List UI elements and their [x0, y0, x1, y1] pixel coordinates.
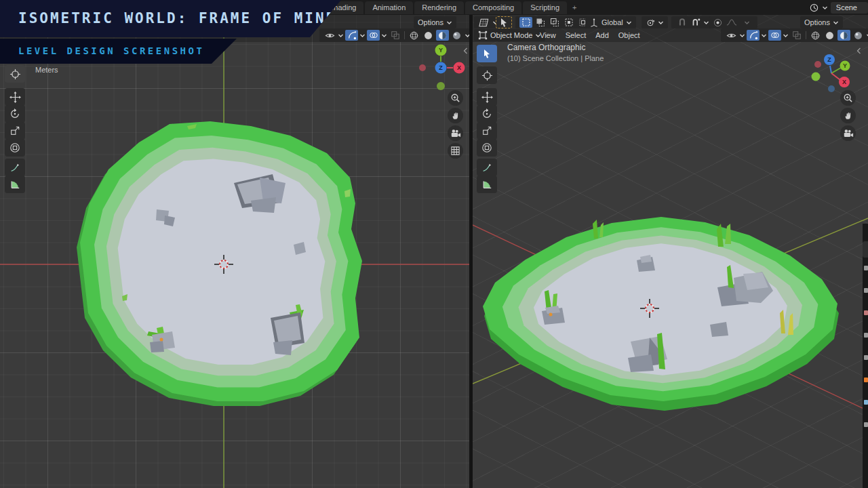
tool-move[interactable] — [5, 88, 25, 106]
tool-cursor[interactable] — [5, 65, 25, 83]
tool-cursor[interactable] — [477, 66, 497, 84]
select-mode-new[interactable] — [519, 17, 532, 28]
gizmo-axis-dot[interactable] — [828, 85, 835, 92]
orientation-gizmo[interactable]: YZX — [419, 45, 465, 91]
options-dropdown[interactable]: Options — [800, 16, 843, 28]
chevron-down-icon[interactable] — [359, 33, 366, 38]
gizmo-axis-dot[interactable] — [437, 82, 445, 90]
sidebar-toggle-icon[interactable] — [463, 47, 468, 54]
shading-wireframe[interactable] — [408, 30, 420, 41]
tab-compositing[interactable]: Compositing — [465, 1, 521, 14]
shading-solid[interactable] — [823, 30, 836, 41]
hand-view-icon[interactable] — [448, 108, 463, 123]
properties-tab-render-icon[interactable] — [864, 288, 868, 293]
shading-material-preview[interactable] — [436, 30, 449, 41]
region-overlap-toggle[interactable] — [768, 30, 781, 41]
select-mode-invert[interactable] — [562, 17, 575, 28]
hand-view-icon[interactable] — [840, 108, 856, 123]
transform-orientation-dropdown[interactable]: Global — [585, 16, 636, 28]
shading-solid[interactable] — [422, 30, 435, 41]
properties-tab-object-icon[interactable] — [864, 378, 868, 382]
tool-scale[interactable] — [477, 122, 497, 140]
snap-magnet-icon[interactable] — [675, 17, 688, 28]
active-tool-button[interactable] — [496, 16, 512, 28]
add-workspace-button[interactable]: + — [568, 1, 580, 14]
sidebar-toggle-icon[interactable] — [856, 47, 861, 54]
show-gizmos-toggle[interactable] — [323, 30, 336, 41]
gizmo-axis-dot[interactable] — [814, 61, 821, 68]
pivot-point-dropdown[interactable] — [642, 16, 668, 28]
select-mode-subtract[interactable] — [548, 17, 561, 28]
view-toggles-group — [319, 28, 469, 42]
shading-material-preview[interactable] — [837, 30, 850, 41]
scene-icon — [809, 3, 819, 13]
chevron-down-icon[interactable] — [739, 33, 745, 38]
grid-view-icon[interactable] — [448, 143, 463, 159]
tool-transform[interactable] — [5, 139, 25, 157]
tool-scale[interactable] — [5, 122, 25, 140]
scene-name[interactable]: Scene — [831, 2, 868, 14]
properties-tab-output-icon[interactable] — [864, 310, 868, 315]
menu-object[interactable]: Object — [614, 30, 645, 41]
tool-measure[interactable] — [5, 176, 25, 193]
chevron-down-icon[interactable] — [761, 33, 767, 38]
properties-active-tab[interactable] — [863, 241, 868, 258]
properties-tab-data-icon[interactable] — [864, 422, 868, 427]
show-gizmos-toggle[interactable] — [725, 30, 738, 41]
properties-tab-modifiers-icon[interactable] — [864, 400, 868, 405]
chevron-down-icon[interactable] — [783, 33, 789, 38]
select-mode-extend[interactable] — [534, 17, 547, 28]
shading-rendered[interactable] — [852, 30, 865, 41]
tool-annotate[interactable] — [477, 159, 497, 176]
region-overlap-toggle[interactable] — [367, 30, 380, 41]
options-dropdown[interactable]: Options — [414, 16, 456, 28]
tab-animation[interactable]: Animation — [365, 1, 413, 14]
properties-tab-scene-icon[interactable] — [864, 333, 868, 338]
zoom-view-icon[interactable] — [448, 90, 463, 106]
tool-measure[interactable] — [477, 176, 497, 193]
show-overlays-toggle[interactable] — [747, 30, 760, 41]
chevron-down-icon — [658, 20, 664, 25]
viewport-top-ortho[interactable]: YZX Options Meters — [0, 15, 469, 488]
proportional-edit-icon[interactable] — [713, 18, 722, 27]
gizmo-axis-dot[interactable] — [419, 64, 426, 71]
title-banner: ISOMETRIC WORLD: FRAME OF MIND — [0, 0, 341, 37]
chevron-down-icon[interactable] — [465, 33, 469, 38]
properties-tab-world-icon[interactable] — [864, 355, 868, 360]
shading-wireframe[interactable] — [809, 30, 822, 41]
zoom-view-icon[interactable] — [840, 90, 856, 106]
properties-tab-tool-icon[interactable] — [864, 266, 868, 270]
unit-scale-label: Meters — [35, 66, 58, 74]
show-overlays-toggle[interactable] — [345, 30, 358, 41]
tab-rendering[interactable]: Rendering — [414, 1, 464, 14]
camera-view-icon[interactable] — [448, 125, 463, 141]
tool-rotate[interactable] — [5, 105, 25, 123]
menu-select[interactable]: Select — [561, 30, 591, 41]
snap-target-icon[interactable] — [691, 18, 701, 27]
blender-window: YZX Options Meters ZYX Global — [0, 0, 868, 488]
tool-select-box[interactable] — [477, 45, 497, 62]
tool-transform[interactable] — [477, 139, 497, 157]
svg-text:Z: Z — [439, 64, 443, 71]
menu-view[interactable]: View — [535, 30, 561, 41]
chevron-down-icon[interactable] — [381, 33, 387, 38]
scene-camera-view: ZYX — [473, 15, 868, 488]
orientation-gizmo[interactable]: ZYX — [812, 54, 850, 92]
xray-toggle[interactable] — [790, 30, 803, 41]
tool-annotate[interactable] — [5, 159, 25, 176]
chevron-down-icon[interactable] — [338, 33, 344, 38]
tool-move[interactable] — [477, 88, 497, 106]
xray-toggle[interactable] — [389, 30, 401, 41]
subtitle-banner: LEVEL DESIGN SCREENSHOT — [0, 39, 237, 64]
camera-view-icon[interactable] — [840, 125, 856, 141]
tab-scripting[interactable]: Scripting — [523, 1, 567, 14]
shading-rendered[interactable] — [450, 30, 463, 41]
properties-editor-sliver[interactable] — [863, 224, 868, 488]
viewport-divider[interactable] — [469, 15, 473, 488]
viewport-camera-ortho[interactable]: ZYX Global Optio — [473, 15, 868, 488]
falloff-curve-icon[interactable] — [725, 17, 738, 28]
tool-rotate[interactable] — [477, 105, 497, 123]
menu-add[interactable]: Add — [591, 30, 614, 41]
gizmo-axis-dot[interactable] — [812, 73, 821, 81]
scene-selector[interactable]: Scene — [809, 0, 868, 15]
